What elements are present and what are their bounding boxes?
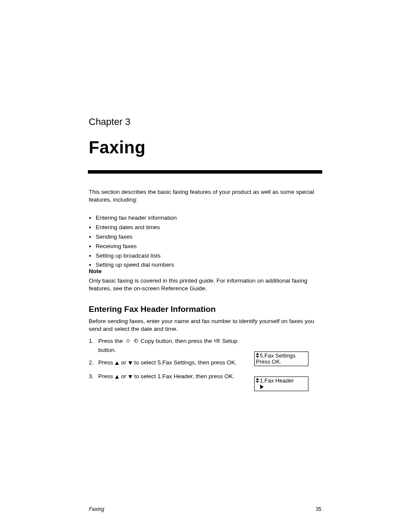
lcd-line-2: Press OK. (256, 359, 307, 365)
svg-marker-8 (115, 375, 119, 379)
list-item: Setting up broadcast lists (96, 252, 328, 260)
up-triangle-icon (115, 360, 119, 368)
menu-option: 5.Fax Settings (158, 359, 195, 366)
lcd-display-fax-header: 1.Fax Header (254, 376, 308, 391)
intro-paragraph: This section describes the basic faxing … (89, 188, 321, 204)
svg-marker-0 (126, 339, 130, 342)
steps-column: 1. Press the (89, 337, 251, 386)
step-1: 1. Press the (89, 337, 251, 354)
up-down-arrow-icon (256, 378, 259, 383)
menu-option: 1.Fax Header (158, 373, 193, 380)
svg-marker-6 (115, 361, 119, 365)
page-section-label: Faxing (89, 506, 104, 512)
lcd-line-2 (256, 384, 307, 390)
lcd-text: 5.Fax Settings (260, 352, 296, 359)
setup-icon (214, 338, 221, 346)
text-fragment: or (121, 359, 128, 366)
step-text: Press the Cop (98, 337, 251, 354)
chapter-title: Faxing (89, 138, 146, 157)
svg-marker-11 (256, 356, 259, 358)
step-number: 2. (89, 359, 98, 368)
title-divider (88, 170, 322, 174)
text-fragment: to select (134, 373, 158, 380)
note-body: Only basic faxing is covered in this pri… (89, 277, 321, 292)
note-label: Note (89, 268, 102, 274)
step-3: 3. Press or to select 1.Fax Header, then… (89, 373, 234, 382)
step-2: 2. Press or to select 5.Fax Settings, th… (89, 359, 237, 368)
step-number: 1. (89, 337, 98, 354)
page: Chapter 3 Faxing This section describes … (0, 0, 411, 532)
up-down-arrow-icon (256, 353, 259, 358)
page-number: 35 (316, 506, 321, 512)
step-number: 3. (89, 373, 98, 382)
svg-marker-14 (260, 385, 264, 389)
step-text: Press or to select 5.Fax Settings, then … (98, 359, 237, 368)
chapter-number: Chapter 3 (89, 116, 131, 128)
step-text: Press or to select 1.Fax Header, then pr… (98, 373, 234, 382)
list-item: Entering fax header information (96, 214, 328, 222)
text-fragment: Press the (98, 338, 125, 344)
lcd-line-1: 5.Fax Settings (256, 353, 307, 359)
text-fragment: Copy button, then press the (140, 338, 214, 344)
lcd-display-fax-settings: 5.Fax Settings Press OK. (254, 352, 308, 366)
copy-icon (133, 338, 139, 346)
down-triangle-icon (128, 360, 133, 368)
svg-marker-10 (256, 353, 259, 355)
lcd-line-1: 1.Fax Header (256, 378, 307, 384)
svg-marker-12 (256, 378, 259, 380)
up-triangle-icon (115, 373, 119, 382)
section-title: Entering Fax Header Information (89, 305, 216, 314)
lcd-text: 1.Fax Header (260, 377, 294, 384)
text-fragment: Press (98, 373, 115, 380)
list-item: Sending faxes (96, 233, 328, 241)
svg-marker-7 (128, 361, 132, 365)
svg-marker-13 (256, 381, 259, 383)
text-fragment: , then press OK. (195, 359, 237, 366)
list-item: Entering dates and times (96, 224, 328, 232)
text-fragment: , then press OK. (193, 373, 235, 380)
text-fragment: Press (98, 359, 115, 366)
document-icon (125, 338, 131, 346)
svg-marker-9 (128, 375, 132, 379)
list-item: Setting up speed dial numbers (96, 261, 328, 269)
down-triangle-icon (128, 373, 133, 382)
text-fragment: or (121, 373, 128, 380)
list-item: Receiving faxes (96, 243, 328, 251)
section-body: Before sending faxes, enter your name an… (89, 317, 321, 333)
feature-list: Entering fax header information Entering… (89, 214, 328, 271)
text-fragment: to select (134, 359, 158, 366)
right-triangle-icon (260, 384, 264, 389)
